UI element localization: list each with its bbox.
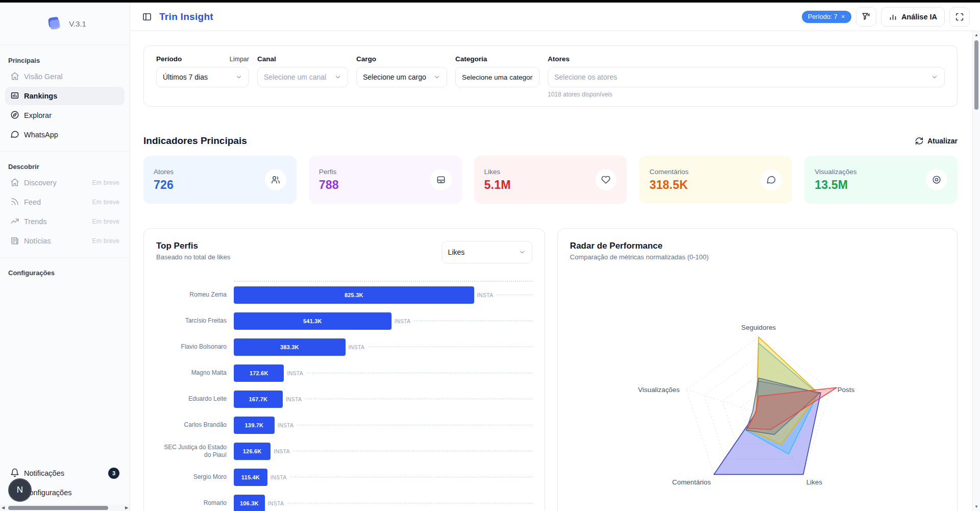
sidebar-item-explorar[interactable]: Explorar <box>5 106 125 125</box>
scroll-right-arrow-icon[interactable]: ▶ <box>124 504 130 511</box>
sidebar-item-discovery[interactable]: Discovery Em breve <box>5 174 125 192</box>
periodo-select[interactable]: Últimos 7 dias <box>156 67 249 87</box>
bar[interactable]: 106.3K <box>234 495 265 511</box>
limpar-link[interactable]: Limpar <box>230 56 249 63</box>
scrollbar-thumb[interactable] <box>8 506 108 510</box>
bar-gridline <box>287 503 532 503</box>
chart-subtitle: Baseado no total de likes <box>156 253 230 261</box>
bar-track: 126.6KINSTA <box>234 443 532 460</box>
bar-category-label: Eduardo Leite <box>156 395 234 403</box>
scroll-up-arrow-icon[interactable]: ▲ <box>973 31 980 39</box>
bar-gridline <box>368 347 532 347</box>
sidebar-item-noticias[interactable]: Notícias Em breve <box>5 232 125 250</box>
atores-select[interactable]: Selecione os atores <box>548 67 945 87</box>
chat-bubble-icon <box>10 130 19 140</box>
sidebar-horizontal-scrollbar[interactable]: ◀ ▶ <box>0 504 130 511</box>
bar[interactable]: 139.7K <box>234 417 275 434</box>
cargo-value: Selecione um cargo <box>363 73 429 81</box>
chevron-down-icon <box>931 74 938 81</box>
scrollbar-thumb[interactable] <box>974 40 978 110</box>
bar-row: Sergio Moro115.4KINSTA <box>156 464 532 490</box>
bar-gridline <box>297 425 532 425</box>
sidebar-item-feed[interactable]: Feed Em breve <box>5 193 125 211</box>
fullscreen-button[interactable] <box>949 7 970 27</box>
rss-icon <box>10 197 19 208</box>
bar-gridline <box>305 399 532 399</box>
close-icon[interactable]: ✕ <box>841 14 845 19</box>
bar[interactable]: 172.6K <box>234 364 284 382</box>
period-filter-badge[interactable]: Período: 7 ✕ <box>802 11 851 23</box>
categoria-select[interactable]: Selecione uma categoria <box>455 67 540 87</box>
bar-chart-icon <box>889 12 897 21</box>
kpi-label: Atores <box>154 168 174 176</box>
sidebar-item-visao-geral[interactable]: Visão Geral <box>5 67 125 86</box>
coming-soon-badge: Em breve <box>92 237 120 245</box>
bar[interactable]: 167.7K <box>234 391 283 408</box>
header-actions: Período: 7 ✕ Análise IA <box>802 7 970 27</box>
bar-category-label: SEC Justiça do Estado do Piauí <box>156 444 234 459</box>
kpi-card-comentarios: Comentários 318.5K <box>639 156 792 204</box>
bar-category-label: Sergio Moro <box>156 473 234 481</box>
metric-select[interactable]: Likes <box>442 241 532 263</box>
filter-button[interactable] <box>856 7 876 27</box>
canal-select[interactable]: Selecione um canal <box>257 67 348 87</box>
categoria-value: Selecione uma categoria <box>462 74 533 81</box>
bar[interactable]: 126.6K <box>234 443 271 460</box>
scroll-down-arrow-icon[interactable]: ▼ <box>973 503 980 511</box>
bar-chart-icon <box>10 91 19 102</box>
atualizar-button[interactable]: Atualizar <box>915 137 958 145</box>
archive-icon <box>430 169 452 190</box>
analise-ia-button[interactable]: Análise IA <box>881 7 945 27</box>
scroll-left-arrow-icon[interactable]: ◀ <box>0 504 6 511</box>
sidebar-item-label: Trends <box>24 217 88 226</box>
bar-row: Carlos Brandão139.7KINSTA <box>156 412 532 438</box>
filter-categoria: Categoria Selecione uma categoria <box>455 55 540 98</box>
bar-row: Magno Malta172.6KINSTA <box>156 360 532 386</box>
kpi-value: 726 <box>154 178 174 192</box>
bar-track: 106.3KINSTA <box>234 495 532 511</box>
section-title: Indicadores Principais <box>143 135 247 147</box>
avatar[interactable]: N <box>8 478 32 502</box>
sidebar-item-trends[interactable]: Trends Em breve <box>5 212 125 231</box>
bar[interactable]: 541.3K <box>234 312 391 330</box>
analise-ia-label: Análise IA <box>901 13 937 21</box>
atores-helper-text: 1018 atores disponíveis <box>548 91 945 98</box>
kpi-card-likes: Likes 5.1M <box>474 156 627 204</box>
chart-subtitle: Comparação de métricas normalizadas (0-1… <box>570 253 709 261</box>
sidebar-item-rankings[interactable]: Rankings <box>5 87 125 105</box>
bar-category-label: Romeu Zema <box>156 291 234 299</box>
canal-label: Canal <box>257 55 276 63</box>
vertical-scrollbar[interactable]: ▲ ▼ <box>972 31 980 511</box>
content: Período Limpar Últimos 7 dias Canal Sele… <box>131 31 980 511</box>
top-perfis-card: Top Perfis Baseado no total de likes Lik… <box>143 228 545 511</box>
radar-axis-label: Visualizações <box>638 386 680 394</box>
bar-category-label: Tarcísio Freitas <box>156 317 234 325</box>
bar[interactable]: 383.3K <box>234 338 346 356</box>
filter-periodo: Período Limpar Últimos 7 dias <box>156 55 249 98</box>
newspaper-icon <box>10 236 19 247</box>
sidebar-item-label: Discovery <box>24 179 88 187</box>
sidebar-section-descobrir: Descobrir <box>0 152 130 173</box>
cargo-select[interactable]: Selecione um cargo <box>356 67 447 87</box>
sidebar-item-whatsapp[interactable]: WhatsApp <box>5 126 125 144</box>
bar-row: Romario106.3KINSTA <box>156 490 532 511</box>
sidebar-section-principais: Principais <box>0 45 130 66</box>
bar[interactable]: 115.4K <box>234 469 267 486</box>
bar-category-label: Carlos Brandão <box>156 421 234 429</box>
kpi-section-header: Indicadores Principais Atualizar <box>143 135 958 147</box>
app-logo <box>43 13 64 35</box>
sidebar-toggle-icon[interactable] <box>142 12 152 22</box>
bar-channel-label: INSTA <box>477 292 494 298</box>
sidebar: V.3.1 Principais Visão Geral Rankings Ex… <box>0 3 130 511</box>
refresh-icon <box>915 137 923 145</box>
bar-channel-label: INSTA <box>395 318 411 324</box>
bar-channel-label: INSTA <box>268 500 284 506</box>
users-icon <box>265 169 286 190</box>
bar[interactable]: 825.3K <box>234 286 474 304</box>
bar-track: 172.6KINSTA <box>234 364 532 382</box>
sidebar-item-label: WhatsApp <box>24 131 119 139</box>
funnel-x-icon <box>861 12 871 21</box>
filter-canal: Canal Selecione um canal <box>257 55 348 98</box>
kpi-card-visualizacoes: Visualizações 13.5M <box>804 156 958 204</box>
chevron-down-icon <box>519 249 526 256</box>
